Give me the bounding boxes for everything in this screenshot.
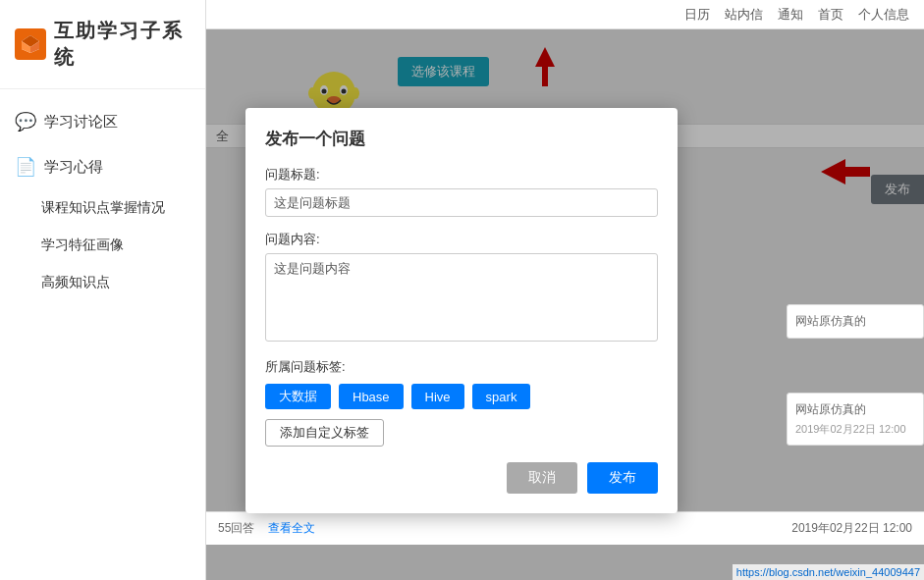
- sidebar-sub-feature-label: 学习特征画像: [41, 237, 124, 252]
- sidebar-logo: 互助学习子系统: [0, 0, 205, 89]
- tags-label: 所属问题标签:: [265, 358, 658, 376]
- app-title: 互助学习子系统: [54, 18, 190, 71]
- content-area: 选修该课程 发布 全: [206, 29, 924, 580]
- watermark: https://blog.csdn.net/weixin_44009447: [733, 564, 924, 580]
- sidebar-item-notes[interactable]: 📄 学习心得: [0, 144, 205, 189]
- sidebar-sub-knowledge-label: 课程知识点掌握情况: [41, 199, 165, 215]
- tags-row: 大数据 Hbase Hive spark: [265, 384, 658, 409]
- sidebar-item-notes-label: 学习心得: [44, 158, 103, 177]
- tag-hbase[interactable]: Hbase: [339, 384, 404, 409]
- content-label: 问题内容:: [265, 231, 658, 248]
- publish-button[interactable]: 发布: [587, 462, 658, 494]
- bg-post-1: 网站原仿真的: [787, 304, 924, 339]
- logo-icon: [15, 28, 46, 60]
- cancel-button[interactable]: 取消: [507, 462, 577, 494]
- nav-home[interactable]: 首页: [818, 6, 843, 24]
- sidebar-sub-item-knowledge[interactable]: 课程知识点掌握情况: [0, 189, 205, 227]
- nav-notifications[interactable]: 通知: [778, 6, 803, 24]
- dialog-footer: 取消 发布: [265, 462, 658, 494]
- tag-hive[interactable]: Hive: [411, 384, 464, 409]
- content-textarea[interactable]: 这是问题内容: [265, 253, 658, 342]
- sidebar: 互助学习子系统 💬 学习讨论区 📄 学习心得 课程知识点掌握情况 学习特征画像 …: [0, 0, 206, 580]
- sidebar-item-discussion[interactable]: 💬 学习讨论区: [0, 99, 205, 144]
- sidebar-item-discussion-label: 学习讨论区: [44, 113, 118, 132]
- nav-messages[interactable]: 站内信: [725, 6, 763, 24]
- bg-post-footer: 55回答 查看全文 2019年02月22日 12:00: [206, 511, 924, 545]
- bg-post-2: 网站原仿真的 2019年02月22日 12:00: [787, 393, 924, 446]
- view-all-link[interactable]: 查看全文: [268, 521, 315, 535]
- sidebar-sub-freq-label: 高频知识点: [41, 274, 110, 290]
- nav-profile[interactable]: 个人信息: [858, 6, 909, 24]
- main-area: 日历 站内信 通知 首页 个人信息: [206, 0, 924, 580]
- tag-spark[interactable]: spark: [472, 384, 531, 409]
- discussion-icon: 💬: [15, 111, 36, 132]
- add-custom-tag-button[interactable]: 添加自定义标签: [265, 419, 384, 447]
- publish-dialog: 发布一个问题 问题标题: 问题内容: 这是问题内容 所属问题标签: 大数据 Hb…: [245, 108, 678, 513]
- nav-calendar[interactable]: 日历: [684, 6, 710, 24]
- notes-icon: 📄: [15, 156, 36, 178]
- sidebar-sub-item-feature[interactable]: 学习特征画像: [0, 227, 205, 264]
- topnav: 日历 站内信 通知 首页 个人信息: [206, 0, 924, 29]
- sidebar-menu: 💬 学习讨论区 📄 学习心得 课程知识点掌握情况 学习特征画像 高频知识点: [0, 89, 205, 311]
- dialog-title: 发布一个问题: [265, 128, 658, 150]
- tag-bigdata[interactable]: 大数据: [265, 384, 331, 409]
- sidebar-sub-item-freq[interactable]: 高频知识点: [0, 264, 205, 301]
- title-label: 问题标题:: [265, 166, 658, 184]
- title-input[interactable]: [265, 188, 658, 217]
